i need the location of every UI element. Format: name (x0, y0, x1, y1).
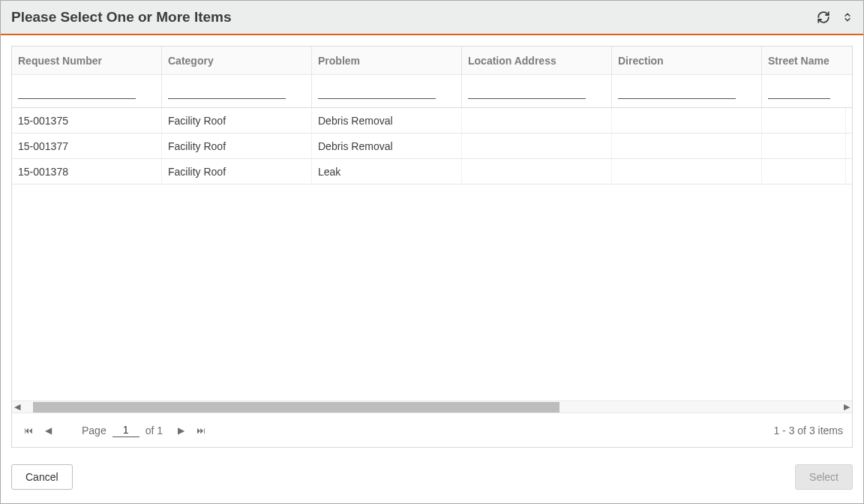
page-label: Page (82, 424, 106, 436)
pager: ⏮ ◀ Page of 1 ▶ ⏭ 1 - 3 of 3 items (12, 412, 852, 447)
cell-category: Facility Roof (162, 108, 312, 133)
filter-direction[interactable] (618, 83, 736, 99)
page-input[interactable] (112, 423, 140, 437)
filter-request-number[interactable] (18, 83, 136, 99)
grid-filter-row (12, 75, 852, 108)
results-grid: Request Number Category Problem Location… (11, 46, 853, 448)
next-page-icon[interactable]: ▶ (175, 424, 188, 437)
horizontal-scrollbar[interactable]: ◀ ▶ (12, 400, 852, 412)
last-page-icon[interactable]: ⏭ (194, 424, 208, 437)
table-row[interactable]: 15-001378 Facility Roof Leak (12, 159, 852, 184)
first-page-icon[interactable]: ⏮ (21, 424, 36, 437)
select-button[interactable]: Select (795, 464, 853, 490)
scroll-left-icon[interactable]: ◀ (12, 402, 22, 412)
table-row[interactable]: 15-001377 Facility Roof Debris Removal (12, 134, 852, 159)
dialog-footer: Cancel Select (1, 458, 863, 503)
cell-street-name (762, 159, 846, 184)
cell-category: Facility Roof (162, 134, 312, 158)
col-header-request-number[interactable]: Request Number (12, 46, 162, 74)
col-header-direction[interactable]: Direction (612, 46, 762, 74)
cell-problem: Debris Removal (312, 134, 462, 158)
page-of-label: of 1 (146, 424, 163, 436)
cell-category: Facility Roof (162, 159, 312, 184)
filter-category[interactable] (168, 83, 286, 99)
grid-body[interactable]: 15-001375 Facility Roof Debris Removal 1… (12, 108, 852, 400)
cell-request-number: 15-001378 (12, 159, 162, 184)
col-header-street-name[interactable]: Street Name (762, 46, 846, 74)
refresh-icon[interactable] (817, 10, 830, 24)
select-items-dialog: Please Select One or More Items Request … (0, 0, 864, 504)
col-header-category[interactable]: Category (162, 46, 312, 74)
cell-request-number: 15-001377 (12, 134, 162, 158)
cell-problem: Leak (312, 159, 462, 184)
col-header-problem[interactable]: Problem (312, 46, 462, 74)
cell-direction (612, 134, 762, 158)
grid-header-row: Request Number Category Problem Location… (12, 46, 852, 75)
cell-location-address (462, 134, 612, 158)
filter-problem[interactable] (318, 83, 436, 99)
dialog-body: Request Number Category Problem Location… (1, 35, 863, 458)
titlebar: Please Select One or More Items (1, 1, 863, 35)
cell-location-address (462, 159, 612, 184)
scrollbar-thumb[interactable] (33, 402, 560, 412)
cell-problem: Debris Removal (312, 108, 462, 133)
title-actions (817, 10, 853, 24)
dialog-title: Please Select One or More Items (11, 9, 232, 26)
filter-location-address[interactable] (468, 83, 586, 99)
cancel-button[interactable]: Cancel (11, 464, 73, 490)
cell-direction (612, 108, 762, 133)
scroll-right-icon[interactable]: ▶ (842, 402, 852, 412)
col-header-location-address[interactable]: Location Address (462, 46, 612, 74)
cell-location-address (462, 108, 612, 133)
cell-street-name (762, 134, 846, 158)
scrollbar-track[interactable] (33, 402, 831, 412)
cell-direction (612, 159, 762, 184)
pager-range: 1 - 3 of 3 items (773, 424, 843, 436)
filter-street-name[interactable] (768, 83, 830, 99)
prev-page-icon[interactable]: ◀ (42, 424, 55, 437)
cell-request-number: 15-001375 (12, 108, 162, 133)
expand-collapse-icon[interactable] (842, 10, 853, 24)
cell-street-name (762, 108, 846, 133)
table-row[interactable]: 15-001375 Facility Roof Debris Removal (12, 108, 852, 134)
